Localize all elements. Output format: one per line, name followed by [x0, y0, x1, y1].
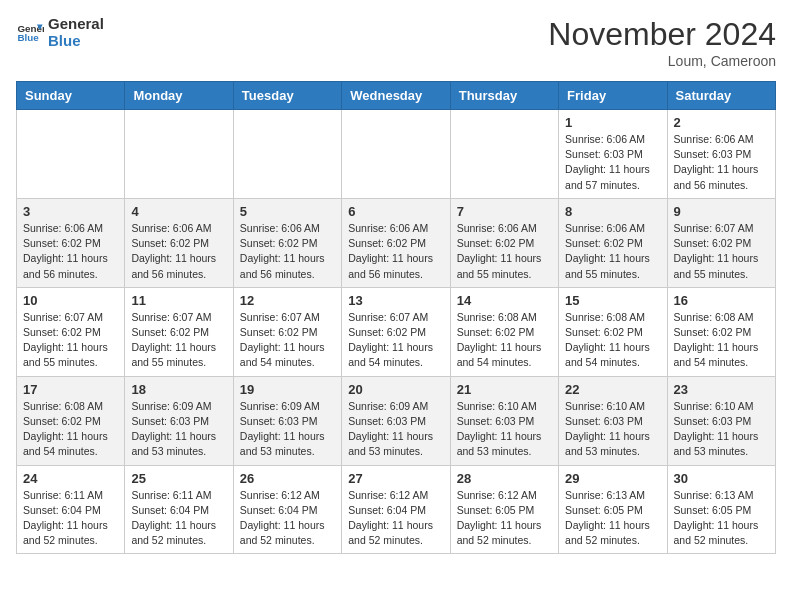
day-number: 8 [565, 204, 660, 219]
day-number: 13 [348, 293, 443, 308]
day-info: Sunrise: 6:09 AM Sunset: 6:03 PM Dayligh… [240, 399, 335, 460]
calendar-cell: 25Sunrise: 6:11 AM Sunset: 6:04 PM Dayli… [125, 465, 233, 554]
day-info: Sunrise: 6:09 AM Sunset: 6:03 PM Dayligh… [131, 399, 226, 460]
calendar-cell: 17Sunrise: 6:08 AM Sunset: 6:02 PM Dayli… [17, 376, 125, 465]
calendar-cell: 12Sunrise: 6:07 AM Sunset: 6:02 PM Dayli… [233, 287, 341, 376]
svg-text:Blue: Blue [17, 32, 39, 43]
calendar-cell: 27Sunrise: 6:12 AM Sunset: 6:04 PM Dayli… [342, 465, 450, 554]
calendar-cell: 2Sunrise: 6:06 AM Sunset: 6:03 PM Daylig… [667, 110, 775, 199]
day-info: Sunrise: 6:08 AM Sunset: 6:02 PM Dayligh… [565, 310, 660, 371]
calendar-week-row: 24Sunrise: 6:11 AM Sunset: 6:04 PM Dayli… [17, 465, 776, 554]
calendar-cell: 1Sunrise: 6:06 AM Sunset: 6:03 PM Daylig… [559, 110, 667, 199]
day-info: Sunrise: 6:06 AM Sunset: 6:02 PM Dayligh… [23, 221, 118, 282]
day-info: Sunrise: 6:10 AM Sunset: 6:03 PM Dayligh… [457, 399, 552, 460]
logo-icon: General Blue [16, 19, 44, 47]
calendar-cell: 18Sunrise: 6:09 AM Sunset: 6:03 PM Dayli… [125, 376, 233, 465]
day-number: 29 [565, 471, 660, 486]
calendar-cell: 11Sunrise: 6:07 AM Sunset: 6:02 PM Dayli… [125, 287, 233, 376]
calendar-cell [125, 110, 233, 199]
day-info: Sunrise: 6:08 AM Sunset: 6:02 PM Dayligh… [457, 310, 552, 371]
day-number: 18 [131, 382, 226, 397]
calendar-cell: 13Sunrise: 6:07 AM Sunset: 6:02 PM Dayli… [342, 287, 450, 376]
calendar-week-row: 10Sunrise: 6:07 AM Sunset: 6:02 PM Dayli… [17, 287, 776, 376]
weekday-header: Friday [559, 82, 667, 110]
day-info: Sunrise: 6:06 AM Sunset: 6:03 PM Dayligh… [565, 132, 660, 193]
day-number: 26 [240, 471, 335, 486]
day-number: 16 [674, 293, 769, 308]
day-number: 25 [131, 471, 226, 486]
day-info: Sunrise: 6:13 AM Sunset: 6:05 PM Dayligh… [565, 488, 660, 549]
logo-blue: Blue [48, 33, 104, 50]
day-info: Sunrise: 6:12 AM Sunset: 6:05 PM Dayligh… [457, 488, 552, 549]
day-number: 22 [565, 382, 660, 397]
calendar-cell: 9Sunrise: 6:07 AM Sunset: 6:02 PM Daylig… [667, 198, 775, 287]
calendar-cell: 26Sunrise: 6:12 AM Sunset: 6:04 PM Dayli… [233, 465, 341, 554]
day-info: Sunrise: 6:08 AM Sunset: 6:02 PM Dayligh… [23, 399, 118, 460]
calendar-week-row: 3Sunrise: 6:06 AM Sunset: 6:02 PM Daylig… [17, 198, 776, 287]
calendar-cell: 23Sunrise: 6:10 AM Sunset: 6:03 PM Dayli… [667, 376, 775, 465]
calendar-cell: 28Sunrise: 6:12 AM Sunset: 6:05 PM Dayli… [450, 465, 558, 554]
day-number: 12 [240, 293, 335, 308]
calendar-header-row: SundayMondayTuesdayWednesdayThursdayFrid… [17, 82, 776, 110]
day-number: 9 [674, 204, 769, 219]
day-number: 30 [674, 471, 769, 486]
day-info: Sunrise: 6:06 AM Sunset: 6:02 PM Dayligh… [348, 221, 443, 282]
month-title: November 2024 [548, 16, 776, 53]
day-number: 14 [457, 293, 552, 308]
day-number: 11 [131, 293, 226, 308]
calendar-table: SundayMondayTuesdayWednesdayThursdayFrid… [16, 81, 776, 554]
day-info: Sunrise: 6:08 AM Sunset: 6:02 PM Dayligh… [674, 310, 769, 371]
calendar-week-row: 17Sunrise: 6:08 AM Sunset: 6:02 PM Dayli… [17, 376, 776, 465]
calendar-cell: 29Sunrise: 6:13 AM Sunset: 6:05 PM Dayli… [559, 465, 667, 554]
calendar-cell: 30Sunrise: 6:13 AM Sunset: 6:05 PM Dayli… [667, 465, 775, 554]
calendar-cell: 4Sunrise: 6:06 AM Sunset: 6:02 PM Daylig… [125, 198, 233, 287]
calendar-cell: 21Sunrise: 6:10 AM Sunset: 6:03 PM Dayli… [450, 376, 558, 465]
day-info: Sunrise: 6:10 AM Sunset: 6:03 PM Dayligh… [674, 399, 769, 460]
logo: General Blue General Blue [16, 16, 104, 49]
logo-general: General [48, 16, 104, 33]
day-number: 19 [240, 382, 335, 397]
day-info: Sunrise: 6:09 AM Sunset: 6:03 PM Dayligh… [348, 399, 443, 460]
day-number: 28 [457, 471, 552, 486]
calendar-cell: 6Sunrise: 6:06 AM Sunset: 6:02 PM Daylig… [342, 198, 450, 287]
day-number: 4 [131, 204, 226, 219]
day-info: Sunrise: 6:11 AM Sunset: 6:04 PM Dayligh… [23, 488, 118, 549]
day-info: Sunrise: 6:06 AM Sunset: 6:02 PM Dayligh… [240, 221, 335, 282]
day-info: Sunrise: 6:10 AM Sunset: 6:03 PM Dayligh… [565, 399, 660, 460]
day-number: 5 [240, 204, 335, 219]
calendar-cell: 20Sunrise: 6:09 AM Sunset: 6:03 PM Dayli… [342, 376, 450, 465]
day-number: 15 [565, 293, 660, 308]
day-info: Sunrise: 6:11 AM Sunset: 6:04 PM Dayligh… [131, 488, 226, 549]
day-info: Sunrise: 6:12 AM Sunset: 6:04 PM Dayligh… [348, 488, 443, 549]
calendar-cell [450, 110, 558, 199]
calendar-cell: 15Sunrise: 6:08 AM Sunset: 6:02 PM Dayli… [559, 287, 667, 376]
day-info: Sunrise: 6:07 AM Sunset: 6:02 PM Dayligh… [348, 310, 443, 371]
day-info: Sunrise: 6:07 AM Sunset: 6:02 PM Dayligh… [674, 221, 769, 282]
day-number: 1 [565, 115, 660, 130]
day-info: Sunrise: 6:06 AM Sunset: 6:02 PM Dayligh… [457, 221, 552, 282]
day-info: Sunrise: 6:06 AM Sunset: 6:02 PM Dayligh… [131, 221, 226, 282]
day-info: Sunrise: 6:07 AM Sunset: 6:02 PM Dayligh… [240, 310, 335, 371]
calendar-cell: 8Sunrise: 6:06 AM Sunset: 6:02 PM Daylig… [559, 198, 667, 287]
day-info: Sunrise: 6:12 AM Sunset: 6:04 PM Dayligh… [240, 488, 335, 549]
day-number: 17 [23, 382, 118, 397]
calendar-cell: 24Sunrise: 6:11 AM Sunset: 6:04 PM Dayli… [17, 465, 125, 554]
calendar-week-row: 1Sunrise: 6:06 AM Sunset: 6:03 PM Daylig… [17, 110, 776, 199]
calendar-cell: 5Sunrise: 6:06 AM Sunset: 6:02 PM Daylig… [233, 198, 341, 287]
day-number: 7 [457, 204, 552, 219]
day-info: Sunrise: 6:06 AM Sunset: 6:02 PM Dayligh… [565, 221, 660, 282]
day-number: 27 [348, 471, 443, 486]
day-number: 2 [674, 115, 769, 130]
weekday-header: Saturday [667, 82, 775, 110]
weekday-header: Thursday [450, 82, 558, 110]
calendar-cell [342, 110, 450, 199]
calendar-cell [17, 110, 125, 199]
day-number: 10 [23, 293, 118, 308]
title-block: November 2024 Loum, Cameroon [548, 16, 776, 69]
day-number: 21 [457, 382, 552, 397]
day-number: 23 [674, 382, 769, 397]
weekday-header: Wednesday [342, 82, 450, 110]
calendar-cell: 19Sunrise: 6:09 AM Sunset: 6:03 PM Dayli… [233, 376, 341, 465]
day-number: 3 [23, 204, 118, 219]
calendar-cell: 14Sunrise: 6:08 AM Sunset: 6:02 PM Dayli… [450, 287, 558, 376]
